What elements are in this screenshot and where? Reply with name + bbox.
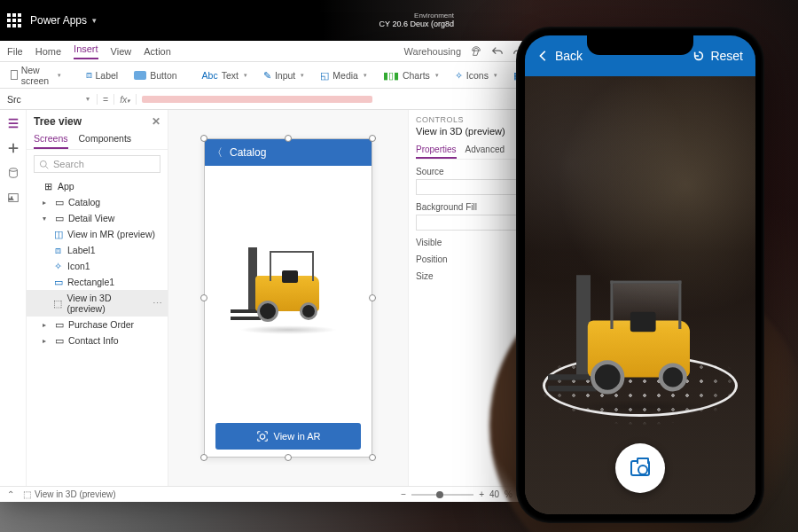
- text-dropdown[interactable]: AbcText▾: [197, 67, 253, 83]
- tree-node-catalog[interactable]: ▸▭Catalog: [27, 194, 168, 210]
- fx-label[interactable]: fx▾: [114, 94, 137, 105]
- tab-properties[interactable]: Properties: [416, 142, 457, 159]
- prop-visible-label: Visible: [416, 238, 442, 247]
- menu-action[interactable]: Action: [144, 46, 171, 57]
- property-selector[interactable]: Src▾: [0, 94, 98, 105]
- preview-title: Catalog: [230, 146, 266, 159]
- tree-node-view3d[interactable]: ⬚View in 3D (preview)⋯: [27, 290, 168, 317]
- capture-button[interactable]: [615, 443, 665, 493]
- resize-handle[interactable]: [200, 454, 207, 461]
- resize-handle[interactable]: [285, 454, 292, 461]
- phone-notch: [587, 35, 693, 55]
- zoom-out-button[interactable]: −: [401, 489, 406, 499]
- tree-panel: Tree view ✕ Screens Components Search ⊞A…: [27, 110, 168, 486]
- resize-handle[interactable]: [369, 294, 376, 301]
- tree-node-purchase[interactable]: ▸▭Purchase Order: [27, 317, 168, 332]
- zoom-in-button[interactable]: +: [479, 489, 484, 499]
- more-icon[interactable]: ⋯: [153, 298, 162, 309]
- tree-node-rectangle1[interactable]: ▭Rectangle1: [27, 274, 168, 290]
- back-button[interactable]: Back: [537, 49, 583, 63]
- preview-body: [205, 166, 372, 423]
- prop-size-label: Size: [416, 271, 433, 281]
- tree-node-view-mr[interactable]: ◫View in MR (preview): [27, 226, 168, 242]
- ar-icon: [256, 430, 269, 442]
- menu-home[interactable]: Home: [35, 46, 61, 57]
- checker-icon[interactable]: [470, 45, 482, 58]
- tree-node-detail[interactable]: ▾▭Detail View: [27, 210, 168, 226]
- insert-pane-icon[interactable]: [7, 142, 20, 154]
- menu-view[interactable]: View: [111, 46, 132, 57]
- button-button[interactable]: Button: [129, 67, 182, 83]
- formula-bar: Src▾ = fx▾: [0, 89, 532, 110]
- environment-name: CY 20.6 Deux (org8d: [379, 20, 454, 28]
- equals-label: =: [98, 94, 114, 105]
- tab-screens[interactable]: Screens: [34, 129, 68, 149]
- nav-rail: [0, 110, 27, 486]
- formula-input[interactable]: [137, 94, 532, 105]
- view-in-ar-button[interactable]: View in AR: [215, 423, 361, 450]
- input-dropdown[interactable]: ✎Input▾: [258, 67, 309, 83]
- forklift-3d-model[interactable]: [231, 246, 346, 343]
- close-icon[interactable]: ✕: [152, 115, 160, 128]
- prop-position-label: Position: [416, 254, 448, 264]
- insert-ribbon: New screen▾ ⧈Label Button AbcText▾ ✎Inpu…: [0, 62, 532, 89]
- app-title: Power Apps: [30, 14, 87, 27]
- environment-label: Environment: [379, 12, 454, 20]
- search-input[interactable]: Search: [34, 155, 160, 173]
- reset-icon: [692, 50, 705, 62]
- charts-dropdown[interactable]: ▮▯▮Charts▾: [378, 67, 444, 83]
- chevron-up-icon[interactable]: ⌃: [7, 489, 14, 499]
- chevron-down-icon[interactable]: ▾: [92, 16, 97, 25]
- formula-value-redacted: [142, 96, 372, 103]
- preview-header: 〈 Catalog: [205, 139, 372, 166]
- status-selection[interactable]: ⬚View in 3D (preview): [23, 489, 116, 499]
- media-pane-icon[interactable]: [7, 192, 20, 204]
- label-button[interactable]: ⧈Label: [81, 66, 124, 83]
- resize-handle[interactable]: [369, 135, 376, 142]
- zoom-slider[interactable]: [411, 494, 473, 496]
- tab-advanced[interactable]: Advanced: [466, 142, 505, 159]
- data-icon[interactable]: [7, 167, 20, 179]
- resize-handle[interactable]: [200, 294, 207, 301]
- tree-title: Tree view: [34, 115, 82, 128]
- svg-point-0: [9, 168, 17, 172]
- svg-rect-1: [8, 194, 18, 202]
- menubar: File Home Insert View Action Warehousing: [0, 41, 532, 62]
- waffle-icon[interactable]: [7, 13, 21, 27]
- ar-forklift-model[interactable]: [548, 272, 732, 428]
- tree-node-contact[interactable]: ▸▭Contact Info: [27, 332, 168, 348]
- tree-node-app[interactable]: ⊞App: [27, 178, 168, 194]
- reset-button[interactable]: Reset: [692, 49, 743, 63]
- icons-dropdown[interactable]: ✧Icons▾: [450, 67, 503, 83]
- app-preview[interactable]: 〈 Catalog View in AR: [204, 138, 372, 458]
- undo-icon[interactable]: [491, 45, 504, 58]
- media-dropdown[interactable]: ◱Media▾: [315, 67, 372, 83]
- environment-picker[interactable]: Environment CY 20.6 Deux (org8d: [379, 12, 525, 29]
- new-screen-button[interactable]: New screen▾: [5, 62, 66, 89]
- editor-window: File Home Insert View Action Warehousing…: [0, 41, 532, 502]
- search-icon: [39, 160, 49, 169]
- zoom-value: 40: [489, 489, 499, 499]
- tree-node-icon1[interactable]: ✧Icon1: [27, 258, 168, 274]
- resize-handle[interactable]: [369, 454, 376, 461]
- menu-file[interactable]: File: [7, 46, 23, 57]
- phone-mockup: Back Reset: [507, 18, 773, 532]
- tab-components[interactable]: Components: [79, 129, 132, 149]
- svg-point-3: [40, 160, 46, 167]
- ar-camera-view[interactable]: [525, 76, 755, 514]
- back-chevron-icon[interactable]: 〈: [212, 145, 223, 160]
- app-name-field[interactable]: Warehousing: [404, 46, 461, 57]
- tree-view-icon[interactable]: [7, 117, 20, 129]
- arrow-left-icon: [537, 50, 550, 62]
- prop-source-label: Source: [416, 167, 444, 176]
- titlebar: Power Apps ▾ Environment CY 20.6 Deux (o…: [0, 0, 532, 41]
- status-bar: ⌃ ⬚View in 3D (preview) − + 40 % ⤢: [0, 486, 532, 502]
- tree-node-label1[interactable]: ⧈Label1: [27, 242, 168, 258]
- camera-icon: [630, 460, 650, 476]
- resize-handle[interactable]: [200, 135, 207, 142]
- resize-handle[interactable]: [285, 135, 292, 142]
- menu-insert[interactable]: Insert: [74, 43, 98, 59]
- phone-frame: Back Reset: [516, 27, 764, 523]
- prop-bgfill-label: Background Fill: [416, 202, 477, 212]
- canvas[interactable]: 〈 Catalog View in AR: [168, 110, 408, 486]
